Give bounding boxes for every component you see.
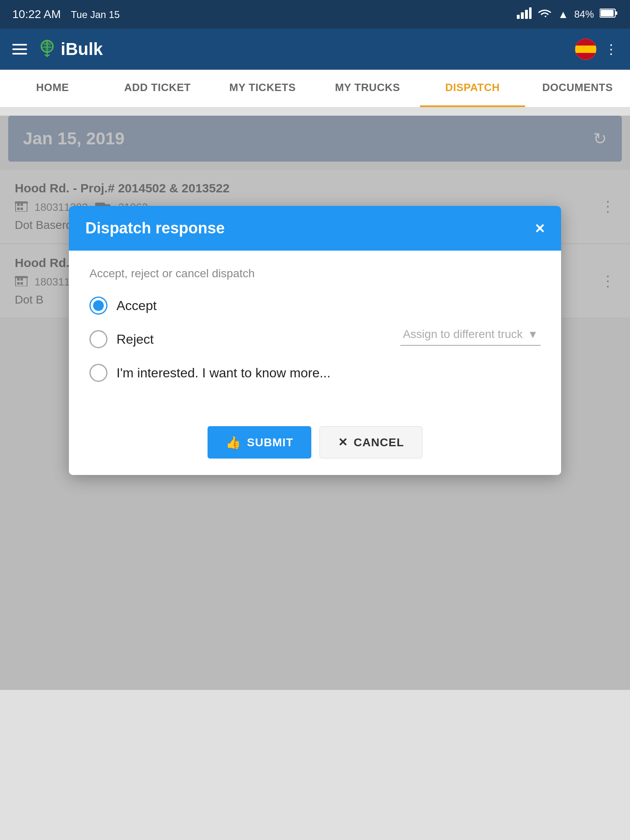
modal-options: Accept Reject I'm interested. I want to … (89, 297, 541, 397)
cancel-x-icon: ✕ (338, 436, 348, 449)
nav-dispatch[interactable]: DISPATCH (420, 70, 525, 107)
main-content: Jan 15, 2019 ↻ Hood Rd. - Proj.# 2014502… (0, 116, 630, 690)
status-time: 10:22 AM (12, 8, 61, 21)
svg-rect-1 (521, 12, 524, 19)
dispatch-response-modal: Dispatch response × Accept, reject or ca… (69, 206, 561, 475)
nav-my-trucks[interactable]: MY TRUCKS (315, 70, 420, 107)
modal-title: Dispatch response (85, 219, 225, 237)
app-logo: iBulk (37, 39, 103, 59)
radio-reject-label: Reject (116, 332, 154, 347)
radio-accept-label: Accept (116, 298, 157, 313)
nav-bar: HOME ADD TICKET MY TICKETS MY TRUCKS DIS… (0, 70, 630, 107)
radio-interested-label: I'm interested. I want to know more... (116, 365, 331, 381)
status-date: Tue Jan 15 (71, 9, 120, 20)
radio-reject-circle[interactable] (89, 330, 107, 348)
dropdown-arrow-icon: ▼ (527, 328, 538, 341)
battery-percentage: 84% (574, 9, 594, 20)
modal-footer: 👍 SUBMIT ✕ CANCEL (69, 418, 561, 475)
app-header: iBulk ⋮ (0, 29, 630, 70)
submit-label: SUBMIT (247, 436, 293, 449)
nav-my-tickets[interactable]: MY TICKETS (210, 70, 315, 107)
status-bar: 10:22 AM Tue Jan 15 ▲ 84% (0, 0, 630, 29)
radio-group: Accept Reject I'm interested. I want to … (89, 297, 388, 397)
nav-add-ticket[interactable]: ADD TICKET (105, 70, 210, 107)
cancel-label: CANCEL (354, 436, 404, 449)
signal-icon (517, 7, 532, 21)
hamburger-menu[interactable] (12, 44, 27, 55)
svg-rect-5 (615, 11, 617, 15)
more-options[interactable]: ⋮ (605, 41, 618, 57)
radio-interested[interactable]: I'm interested. I want to know more... (89, 364, 388, 382)
svg-rect-13 (575, 46, 596, 53)
thumbsup-icon: 👍 (226, 435, 241, 450)
svg-rect-2 (525, 10, 528, 19)
status-time-date: 10:22 AM Tue Jan 15 (12, 8, 120, 21)
location-icon: ▲ (558, 8, 568, 21)
header-right: ⋮ (575, 39, 618, 60)
modal-header: Dispatch response × (69, 206, 561, 251)
dropdown-trigger[interactable]: Assign to different truck ▼ (400, 324, 541, 346)
battery-icon (600, 8, 618, 21)
language-flag[interactable] (575, 39, 596, 60)
modal-subtitle: Accept, reject or cancel dispatch (89, 267, 541, 280)
status-icons: ▲ 84% (517, 7, 618, 21)
submit-button[interactable]: 👍 SUBMIT (208, 426, 311, 459)
nav-home[interactable]: HOME (0, 70, 105, 107)
radio-accept-circle[interactable] (89, 297, 107, 315)
radio-interested-circle[interactable] (89, 364, 107, 382)
assign-truck-dropdown[interactable]: Assign to different truck ▼ (400, 324, 541, 346)
dropdown-placeholder: Assign to different truck (403, 328, 523, 341)
logo-icon (37, 39, 57, 59)
radio-accept[interactable]: Accept (89, 297, 388, 315)
modal-body: Accept, reject or cancel dispatch Accept… (69, 251, 561, 418)
nav-documents[interactable]: DOCUMENTS (525, 70, 630, 107)
radio-reject[interactable]: Reject (89, 330, 388, 348)
modal-close-button[interactable]: × (535, 219, 545, 237)
cancel-button[interactable]: ✕ CANCEL (320, 426, 422, 459)
svg-rect-6 (600, 10, 614, 16)
app-name: iBulk (61, 39, 103, 59)
header-left: iBulk (12, 39, 103, 59)
wifi-icon (537, 7, 552, 21)
svg-rect-0 (517, 15, 520, 19)
svg-rect-3 (529, 7, 532, 19)
